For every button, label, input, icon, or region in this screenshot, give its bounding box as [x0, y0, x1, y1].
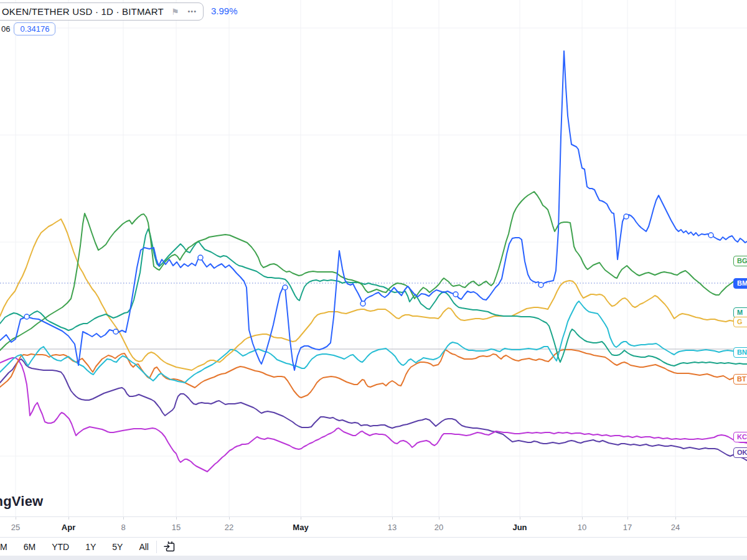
data-point-marker: [24, 314, 29, 319]
legend-row-2: 06 0.34176: [1, 22, 55, 35]
price-value-pill: 0.34176: [14, 22, 55, 35]
range-button-YTD[interactable]: YTD: [47, 541, 74, 553]
tradingview-logo[interactable]: TradingView: [0, 493, 43, 510]
axis-tick-mark: [392, 517, 393, 520]
axis-label-Jun: Jun: [512, 523, 527, 532]
data-point-marker: [198, 255, 203, 260]
symbol-badge-BG: BG: [733, 256, 747, 266]
symbol-badge-OK: OK: [733, 447, 747, 458]
tradingview-chart-window: BGBMMGBNBTKCOK OKEN/TETHER USD · 1D · BI…: [0, 0, 747, 560]
toolbar-divider: [156, 541, 157, 553]
axis-label-24: 24: [671, 523, 680, 532]
axis-label-10: 10: [578, 523, 586, 532]
range-button-1Y[interactable]: 1Y: [80, 541, 101, 553]
axis-label-15: 15: [172, 523, 181, 532]
axis-tick-mark: [176, 517, 177, 520]
data-point-marker: [708, 233, 713, 238]
change-percent: 3.99%: [211, 6, 238, 16]
more-options-icon[interactable]: •••: [187, 8, 197, 15]
axis-tick-mark: [675, 517, 676, 520]
range-button-6M[interactable]: 6M: [19, 541, 40, 553]
axis-tick-mark: [627, 517, 628, 520]
legend-value-fragment: 06: [1, 24, 10, 34]
range-button-5Y[interactable]: 5Y: [107, 541, 128, 553]
data-point-marker: [453, 292, 458, 297]
symbol-legend[interactable]: OKEN/TETHER USD · 1D · BITMART ⚑ •••: [0, 2, 204, 21]
axis-tick-mark: [16, 517, 16, 520]
timeframe-buttons: M6MYTD1Y5YAll: [0, 541, 154, 553]
axis-label-17: 17: [623, 523, 632, 532]
axis-label-Apr: Apr: [62, 523, 75, 532]
axis-label-25: 25: [11, 523, 20, 532]
range-button-M[interactable]: M: [0, 541, 12, 553]
axis-label-13: 13: [388, 523, 397, 532]
symbol-badge-BM: BM: [733, 278, 747, 289]
symbol-badge-BT: BT: [733, 374, 747, 385]
axis-tick-mark: [582, 517, 583, 520]
symbol-badge-KC: KC: [733, 432, 747, 442]
data-point-marker: [360, 301, 365, 306]
symbol-title: OKEN/TETHER USD · 1D · BITMART: [2, 6, 164, 17]
time-axis[interactable]: 25Apr81522May1320Jun101724: [0, 516, 747, 538]
axis-label-20: 20: [435, 523, 443, 532]
data-point-marker: [283, 285, 288, 290]
axis-label-May: May: [293, 523, 308, 532]
flag-icon[interactable]: ⚑: [171, 7, 179, 16]
axis-tick-mark: [439, 517, 439, 520]
axis-label-8: 8: [121, 523, 125, 532]
symbol-badge-BN: BN: [733, 347, 747, 358]
chart-canvas[interactable]: [0, 0, 747, 516]
data-point-marker: [113, 329, 118, 334]
series-line-KC: [0, 358, 747, 472]
symbol-badge-G: G: [733, 317, 747, 327]
axis-label-22: 22: [225, 523, 233, 532]
axis-tick-mark: [229, 517, 230, 520]
data-point-marker: [538, 282, 543, 287]
axis-tick-mark: [301, 517, 301, 520]
range-button-All[interactable]: All: [134, 541, 154, 553]
go-to-date-icon: [163, 540, 177, 554]
series-line-BG: [0, 192, 747, 350]
go-to-date-button[interactable]: [163, 540, 177, 554]
series-line-OK: [0, 359, 747, 460]
chart-svg[interactable]: [0, 0, 747, 516]
axis-tick-mark: [68, 517, 69, 520]
data-point-marker: [624, 214, 629, 219]
axis-tick-mark: [520, 517, 520, 520]
window-bottom-strip: [0, 556, 747, 560]
axis-tick-mark: [123, 517, 124, 520]
series-line-BN: [0, 301, 747, 383]
range-toolbar: M6MYTD1Y5YAll: [0, 537, 747, 556]
